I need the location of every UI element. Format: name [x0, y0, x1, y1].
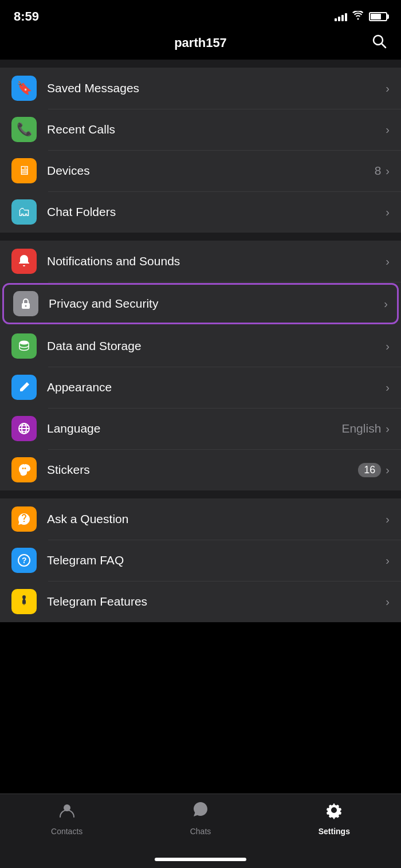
chat-folders-icon: 🗂 [11, 199, 37, 225]
chevron-icon: › [386, 123, 390, 136]
ask-question-icon [11, 506, 37, 532]
svg-point-0 [374, 36, 383, 45]
tab-contacts[interactable]: Contacts [0, 801, 133, 836]
telegram-features-item[interactable]: Telegram Features › [0, 581, 401, 622]
status-bar: 8:59 [0, 0, 401, 31]
privacy-label: Privacy and Security [49, 297, 384, 311]
language-label: Language [47, 422, 341, 435]
chats-tab-label: Chats [190, 827, 211, 836]
stickers-badge: 16 [358, 463, 381, 477]
svg-point-4 [19, 341, 29, 345]
devices-icon: 🖥 [11, 158, 37, 183]
chevron-icon: › [386, 513, 390, 526]
recent-calls-item[interactable]: 📞 Recent Calls › [0, 109, 401, 150]
chevron-icon: › [384, 297, 388, 311]
privacy-item[interactable]: Privacy and Security › [2, 283, 399, 324]
signal-icon [335, 12, 347, 21]
contacts-tab-icon [58, 801, 76, 823]
privacy-icon [13, 291, 38, 316]
chevron-icon: › [386, 164, 390, 178]
status-time: 8:59 [14, 9, 39, 24]
section-3: Ask a Question › ? Telegram FAQ › Telegr… [0, 498, 401, 622]
chevron-icon: › [386, 340, 390, 353]
telegram-features-icon [11, 589, 37, 614]
notifications-item[interactable]: Notifications and Sounds › [0, 241, 401, 282]
chevron-icon: › [386, 422, 390, 435]
status-icons [335, 11, 387, 22]
chevron-icon: › [386, 554, 390, 567]
wifi-icon [352, 11, 364, 22]
chats-tab-icon [191, 801, 210, 823]
data-storage-label: Data and Storage [47, 339, 386, 353]
stickers-item[interactable]: Stickers 16 › [0, 449, 401, 490]
ask-question-label: Ask a Question [47, 512, 386, 526]
home-indicator [155, 858, 246, 861]
chevron-icon: › [386, 595, 390, 608]
section-gap-2 [0, 233, 401, 241]
appearance-icon [11, 375, 37, 400]
language-icon [11, 416, 37, 441]
svg-line-1 [382, 44, 386, 48]
contacts-tab-label: Contacts [51, 827, 82, 836]
language-item[interactable]: Language English › [0, 408, 401, 449]
telegram-features-label: Telegram Features [47, 595, 386, 608]
recent-calls-label: Recent Calls [47, 123, 386, 136]
saved-messages-label: Saved Messages [47, 81, 386, 95]
header: parth157 [0, 31, 401, 60]
notifications-label: Notifications and Sounds [47, 254, 386, 268]
section-1: 🔖 Saved Messages › 📞 Recent Calls › 🖥 De… [0, 68, 401, 233]
chevron-icon: › [386, 381, 390, 394]
tab-chats[interactable]: Chats [133, 801, 267, 836]
header-title: parth157 [174, 36, 227, 50]
saved-messages-item[interactable]: 🔖 Saved Messages › [0, 68, 401, 109]
stickers-label: Stickers [47, 463, 358, 477]
search-button[interactable] [371, 33, 387, 53]
appearance-label: Appearance [47, 380, 386, 394]
ask-question-item[interactable]: Ask a Question › [0, 498, 401, 540]
telegram-faq-item[interactable]: ? Telegram FAQ › [0, 540, 401, 581]
language-value: English [341, 422, 381, 435]
chat-folders-item[interactable]: 🗂 Chat Folders › [0, 191, 401, 233]
tab-settings[interactable]: Settings [268, 801, 401, 836]
data-storage-icon [11, 333, 37, 359]
settings-tab-icon [325, 801, 343, 823]
chat-folders-label: Chat Folders [47, 205, 386, 219]
notifications-icon [11, 249, 37, 274]
devices-label: Devices [47, 164, 375, 178]
stickers-icon [11, 457, 37, 482]
tab-bar: Contacts Chats Settings [0, 794, 401, 868]
chevron-icon: › [386, 82, 390, 95]
svg-point-3 [25, 305, 27, 307]
recent-calls-icon: 📞 [11, 117, 37, 142]
devices-value: 8 [375, 164, 382, 178]
section-2: Notifications and Sounds › Privacy and S… [0, 241, 401, 490]
battery-icon [369, 12, 387, 21]
devices-item[interactable]: 🖥 Devices 8 › [0, 150, 401, 191]
section-gap-top [0, 60, 401, 68]
appearance-item[interactable]: Appearance › [0, 367, 401, 408]
chevron-icon: › [386, 464, 390, 477]
chevron-icon: › [386, 206, 390, 219]
section-gap-3 [0, 490, 401, 498]
saved-messages-icon: 🔖 [11, 76, 37, 101]
svg-text:?: ? [22, 556, 27, 565]
telegram-faq-label: Telegram FAQ [47, 553, 386, 567]
data-storage-item[interactable]: Data and Storage › [0, 325, 401, 367]
settings-tab-label: Settings [319, 827, 350, 836]
chevron-icon: › [386, 255, 390, 268]
telegram-faq-icon: ? [11, 548, 37, 573]
main-content: 🔖 Saved Messages › 📞 Recent Calls › 🖥 De… [0, 60, 401, 622]
